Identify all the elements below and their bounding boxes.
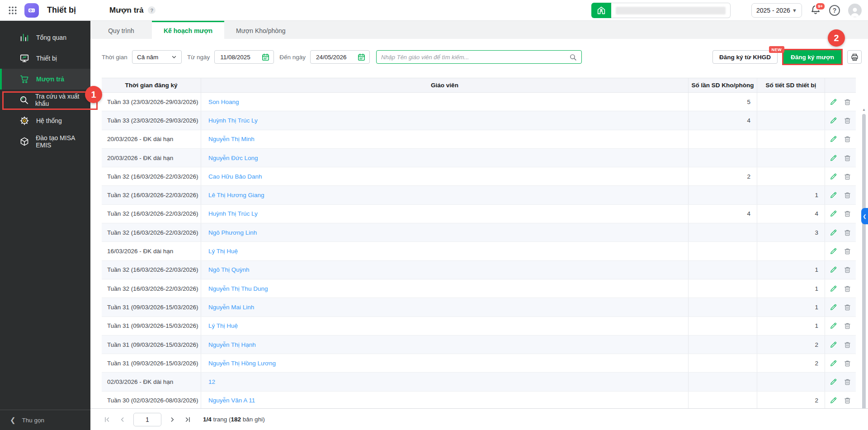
teacher-link[interactable]: Lê Thị Hương Giang: [208, 192, 264, 198]
delete-icon[interactable]: [844, 303, 851, 311]
school-selector[interactable]: [611, 3, 731, 18]
delete-icon[interactable]: [844, 322, 851, 330]
to-date-input[interactable]: 24/05/2026: [310, 50, 370, 64]
edit-icon[interactable]: [830, 135, 837, 143]
registration-time: Tuần 31 (09/03/2026-15/03/2026): [102, 298, 201, 316]
school-year-select[interactable]: 2025 - 2026 ▼: [751, 3, 802, 18]
first-page-button[interactable]: [102, 414, 113, 425]
calendar-icon[interactable]: [261, 53, 270, 61]
delete-icon[interactable]: [844, 98, 851, 106]
edit-icon[interactable]: [830, 172, 837, 180]
home-button[interactable]: [591, 3, 611, 18]
edit-icon[interactable]: [830, 98, 837, 106]
registration-time: 20/03/2026 - ĐK dài hạn: [102, 130, 201, 148]
sidebar-item-2[interactable]: Thiết bị: [0, 48, 90, 69]
teacher-link[interactable]: Huỳnh Thị Trúc Ly: [208, 210, 258, 217]
search-icon[interactable]: [569, 53, 577, 61]
app-grid-icon[interactable]: [8, 6, 17, 15]
edit-icon[interactable]: [830, 266, 837, 274]
side-panel-toggle[interactable]: ❮: [861, 208, 868, 224]
prev-page-button[interactable]: [117, 414, 128, 425]
teacher-link[interactable]: Nguyễn Mai Linh: [208, 304, 254, 311]
teacher-link[interactable]: Nguyễn Đức Long: [208, 155, 258, 161]
edit-icon[interactable]: [830, 191, 837, 199]
column-header-2: Giáo viên: [201, 78, 689, 92]
edit-icon[interactable]: [830, 116, 837, 124]
teacher-link[interactable]: Huỳnh Thị Trúc Ly: [208, 117, 258, 124]
notification-bell-icon[interactable]: 9+: [810, 5, 821, 16]
register-borrow-button[interactable]: Đăng ký mượn: [783, 50, 841, 64]
delete-icon[interactable]: [844, 378, 851, 386]
calendar-icon[interactable]: [357, 53, 366, 61]
delete-icon[interactable]: [844, 135, 851, 143]
teacher-link[interactable]: Lý Thị Huệ: [208, 322, 238, 329]
sidebar-item-6[interactable]: Đào tạo MISA EMIS: [0, 131, 90, 152]
registration-time: Tuần 32 (16/03/2026-22/03/2026): [102, 261, 201, 279]
register-from-khgd-button[interactable]: Đăng ký từ KHGD NEW: [712, 50, 778, 64]
help-icon[interactable]: ?: [829, 5, 840, 16]
tab-1[interactable]: Quy trình: [90, 21, 152, 39]
sidebar-item-4[interactable]: Tra cứu và xuất khẩu: [0, 90, 90, 110]
edit-icon[interactable]: [830, 247, 837, 255]
sidebar-item-3[interactable]: Mượn trả: [0, 69, 90, 90]
teacher-link[interactable]: Ngô Phương Linh: [208, 229, 257, 236]
page-number-input[interactable]: [133, 413, 161, 426]
delete-icon[interactable]: [844, 359, 851, 367]
teacher-link[interactable]: Cao Hữu Bảo Danh: [208, 173, 262, 180]
tab-2[interactable]: Kế hoạch mượn: [152, 21, 224, 39]
table-header-row: Thời gian đăng kýGiáo viênSố lần SD Kho/…: [102, 78, 856, 93]
time-range-select[interactable]: Cả năm: [132, 50, 182, 64]
teacher-link[interactable]: Nguyễn Thị Hồng Lương: [208, 360, 276, 367]
delete-icon[interactable]: [844, 247, 851, 255]
delete-icon[interactable]: [844, 191, 851, 199]
delete-icon[interactable]: [844, 397, 851, 405]
teacher-link[interactable]: Lý Thị Huệ: [208, 248, 238, 255]
teacher-link[interactable]: Nguyễn Văn A 11: [208, 397, 255, 404]
edit-icon[interactable]: [830, 322, 837, 330]
edit-icon[interactable]: [830, 397, 837, 405]
sidebar-item-5[interactable]: Hệ thống: [0, 110, 90, 131]
teacher-link[interactable]: 12: [208, 378, 215, 385]
tab-3[interactable]: Mượn Kho/phòng: [224, 21, 297, 39]
from-date-label: Từ ngày: [187, 54, 210, 61]
delete-icon[interactable]: [844, 228, 851, 236]
device-periods-cell: [757, 373, 825, 391]
teacher-link[interactable]: Ngô Thị Quỳnh: [208, 266, 250, 273]
delete-icon[interactable]: [844, 210, 851, 218]
teacher-link[interactable]: Nguyễn Thị Minh: [208, 136, 255, 142]
scrollbar-up-arrow[interactable]: ▲: [862, 108, 866, 112]
teacher-cell: Nguyễn Thị Hạnh: [201, 335, 689, 354]
delete-icon[interactable]: [844, 340, 851, 349]
teacher-link[interactable]: Nguyễn Thị Thu Dung: [208, 285, 268, 292]
avatar[interactable]: [848, 4, 862, 17]
last-page-button[interactable]: [182, 414, 193, 425]
delete-icon[interactable]: [844, 266, 851, 274]
edit-icon[interactable]: [830, 303, 837, 311]
edit-icon[interactable]: [830, 154, 837, 162]
edit-icon[interactable]: [830, 284, 837, 293]
teacher-search-input[interactable]: [381, 54, 569, 61]
from-date-input[interactable]: 11/08/2025: [214, 50, 274, 64]
delete-icon[interactable]: [844, 284, 851, 293]
sidebar-item-1[interactable]: Tổng quan: [0, 27, 90, 48]
teacher-link[interactable]: Son Hoang: [208, 99, 239, 105]
edit-icon[interactable]: [830, 228, 837, 236]
edit-icon[interactable]: [830, 378, 837, 386]
next-page-button[interactable]: [167, 414, 178, 425]
vertical-scrollbar[interactable]: [862, 114, 866, 424]
teacher-link[interactable]: Nguyễn Thị Hạnh: [208, 341, 256, 348]
delete-icon[interactable]: [844, 116, 851, 124]
edit-icon[interactable]: [830, 210, 837, 218]
device-periods-cell: [757, 149, 825, 167]
collapse-sidebar-button[interactable]: ❮ Thu gọn: [0, 410, 90, 430]
delete-icon[interactable]: [844, 172, 851, 180]
teacher-search-box[interactable]: [376, 50, 582, 64]
print-button[interactable]: [847, 50, 862, 64]
new-badge: NEW: [769, 46, 785, 53]
module-help-icon[interactable]: ?: [148, 6, 156, 14]
delete-icon[interactable]: [844, 154, 851, 162]
device-periods-cell: 3: [757, 223, 825, 241]
device-app-icon[interactable]: [24, 3, 39, 18]
edit-icon[interactable]: [830, 359, 837, 367]
edit-icon[interactable]: [830, 340, 837, 349]
